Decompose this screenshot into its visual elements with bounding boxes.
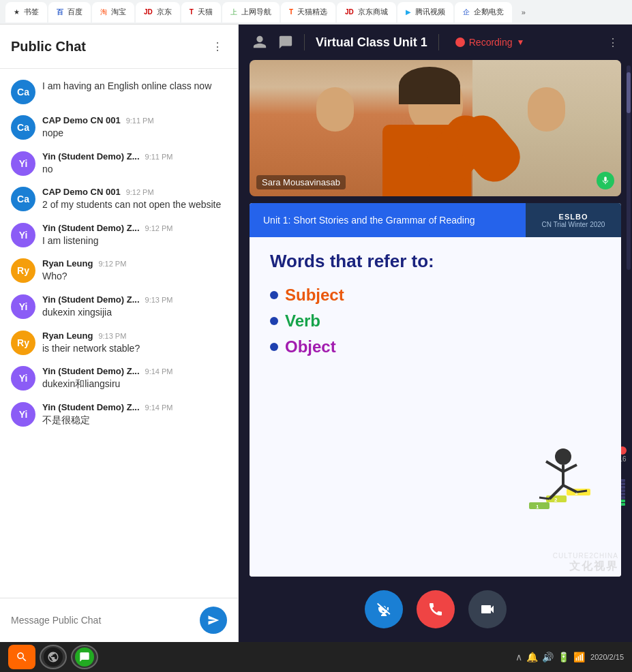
tab-shangwang[interactable]: 上 上网导航 [222,2,280,22]
scrollbar-thumb [627,72,631,113]
avatar-initials: Yi [19,409,28,420]
message-text: nope [42,127,227,140]
avatar: Ca [11,80,35,104]
list-item: Ry Ryan Leung 9:13 PM is their network s… [0,325,238,361]
message-text: dukexin xingsijia [42,306,227,320]
message-time: 9:11 PM [126,117,154,125]
tab-label-shujian: 书签 [24,7,39,17]
avatar-initials: Ca [17,87,29,97]
avatar: Yi [11,151,35,176]
message-input[interactable] [11,615,193,626]
tab-tianmaojingxuan[interactable]: T 天猫精选 [281,2,335,22]
person-hand-left [316,87,354,132]
list-item: Yi Yin (Student Demo) Z... 9:11 PM no [0,146,238,182]
chat-messages-list: Ca I am having an English online class n… [0,69,238,598]
send-icon [207,614,220,626]
tab-qiedianjing[interactable]: 企 企鹅电竞 [455,2,512,22]
end-call-button[interactable] [417,590,455,628]
tab-baidu[interactable]: 百 百度 [48,2,91,22]
message-content: Yin (Student Demo) Z... 9:14 PM 不是很稳定 [42,402,227,427]
speaker-mic-icon [597,172,614,189]
message-header: Yin (Student Demo) Z... 9:13 PM [42,294,227,305]
tab-shujian[interactable]: ★ 书签 [5,2,47,22]
list-item: Ca CAP Demo CN 001 9:12 PM 2 of my stude… [0,181,238,217]
avatar: Ca [11,187,35,211]
person-hand-right [528,87,565,132]
more-options-button[interactable]: ⋮ [607,36,618,49]
recording-dropdown-icon[interactable]: ▼ [517,37,525,47]
message-time: 9:13 PM [145,296,173,304]
tab-label-tengxunshipin: 腾讯视频 [415,7,445,17]
message-time: 9:13 PM [98,332,126,340]
camera-icon [479,601,496,617]
slide-item-object: Object [270,337,601,356]
avatar-initials: Yi [19,373,28,384]
taskbar-app-browser[interactable] [40,645,67,669]
session-title: Virtual Class Unit 1 [316,35,427,50]
person-icon [252,35,267,50]
tab-tianmao[interactable]: T 天猫 [181,2,221,22]
taskbar: ∧ 🔔 🔊 🔋 📶 2020/2/15 [0,642,632,672]
message-content: Yin (Student Demo) Z... 9:11 PM no [42,151,227,177]
avatar: Yi [11,223,35,247]
message-content: Yin (Student Demo) Z... 9:12 PM I am lis… [42,223,227,248]
message-content: Ryan Leung 9:12 PM Who? [42,258,227,284]
right-scrollbar[interactable] [627,65,631,270]
send-button[interactable] [200,607,227,634]
avatar-initials: Yi [19,301,28,312]
slide-header: Unit 1: Short Stories and the Grammar of… [250,203,621,237]
header-divider [304,34,305,50]
tab-jdshangcheng[interactable]: JD 京东商城 [337,2,396,22]
tab-taobao[interactable]: 淘 淘宝 [92,2,134,22]
svg-rect-1 [529,502,550,509]
taskbar-app-chat[interactable] [71,645,98,669]
recording-dot [455,37,465,47]
slide-heading: Words that refer to: [270,251,601,272]
message-content: Ryan Leung 9:13 PM is their network stab… [42,331,227,356]
svg-line-13 [539,498,550,499]
chat-header: Public Chat ⋮ [0,25,238,69]
tab-label-tianmaojingxuan: 天猫精选 [297,7,327,17]
phone-slash-icon [427,601,444,617]
message-content: Yin (Student Demo) Z... 9:14 PM dukexin和… [42,366,227,391]
message-content: CAP Demo CN 001 9:12 PM 2 of my students… [42,187,227,212]
message-header: CAP Demo CN 001 9:12 PM [42,187,227,197]
list-item: Ca CAP Demo CN 001 9:11 PM nope [0,110,238,146]
avatar: Ry [11,331,35,355]
message-sender: Yin (Student Demo) Z... [42,294,140,305]
slide-item-verb: Verb [270,311,601,331]
message-text: is their network stable? [42,342,227,356]
recording-label: Recording [469,37,513,48]
message-time: 9:12 PM [126,188,154,196]
video-header: Virtual Class Unit 1 Recording ▼ ⋮ [239,25,632,60]
message-time: 9:12 PM [145,224,173,232]
tab-more[interactable]: » [513,2,534,22]
chat-menu-button[interactable]: ⋮ [208,37,227,56]
svg-point-7 [555,448,571,465]
chat-panel: Public Chat ⋮ Ca I am having an English … [0,25,239,642]
message-text: 2 of my students can not open the websit… [42,198,227,212]
avatar-initials: Yi [19,158,28,169]
search-app-icon [12,647,31,667]
svg-point-0 [457,40,463,45]
mute-mic-button[interactable] [365,590,403,628]
watermark-main: 文化视界 [553,560,618,574]
message-header: Yin (Student Demo) Z... 9:12 PM [42,223,227,233]
message-text: no [42,163,227,177]
message-content: Yin (Student Demo) Z... 9:13 PM dukexin … [42,294,227,320]
tab-label-taobao: 淘宝 [111,7,126,17]
video-stream: Sara Mousavinasab [250,60,621,196]
chat-input-area [0,598,238,642]
toggle-camera-button[interactable] [468,590,507,628]
message-time: 9:14 PM [145,403,173,412]
tray-network-icon: 📶 [573,652,585,662]
list-item: Ca I am having an English online class n… [0,74,238,110]
tab-jd[interactable]: JD 京东 [136,2,180,22]
watermark-sub: CULTURE2CHINA [553,552,618,560]
taskbar-app-search[interactable] [8,645,35,669]
tab-tengxunshipin[interactable]: ▶ 腾讯视频 [397,2,453,22]
message-text: I am listening [42,234,227,248]
chat-bubble-icon [278,35,293,50]
message-content: I am having an English online class now [42,80,227,93]
chat-menu-icon: ⋮ [212,40,223,53]
